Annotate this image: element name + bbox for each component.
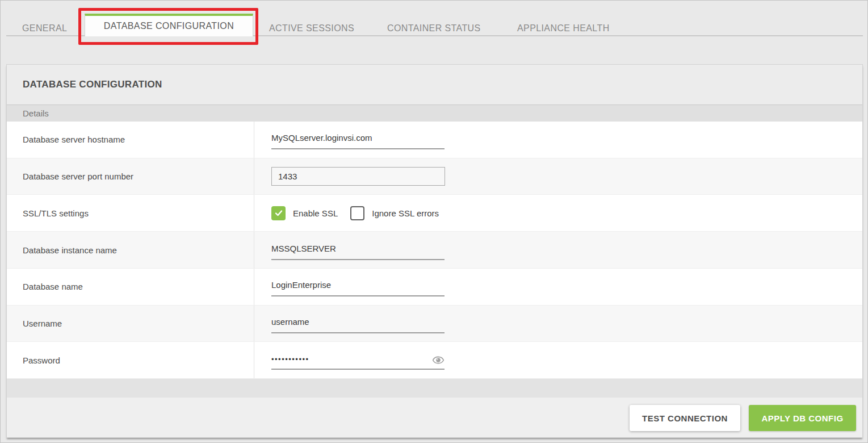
tab-general[interactable]: GENERAL xyxy=(22,23,67,34)
password-masked-value: ••••••••••• xyxy=(271,354,309,365)
database-configuration-panel: DATABASE CONFIGURATION Details Database … xyxy=(6,64,863,438)
row-database-server-port: Database server port number xyxy=(7,158,862,195)
details-section-label: Details xyxy=(23,108,49,118)
database-server-hostname-input[interactable] xyxy=(271,133,445,149)
field-label: Username xyxy=(7,306,254,342)
row-ssl-tls-settings: SSL/TLS settings Enable SSL Ignore SSL e… xyxy=(7,195,862,232)
database-name-input[interactable] xyxy=(271,280,445,296)
tab-container-status[interactable]: CONTAINER STATUS xyxy=(387,23,481,34)
row-database-server-hostname: Database server hostname xyxy=(7,122,862,158)
row-database-instance-name: Database instance name xyxy=(7,232,862,269)
database-instance-name-input[interactable] xyxy=(271,244,445,260)
appliance-settings-page: GENERAL DATABASE CONFIGURATION ACTIVE SE… xyxy=(0,0,868,443)
row-password: Password ••••••••••• xyxy=(7,342,862,379)
ignore-ssl-errors-label[interactable]: Ignore SSL errors xyxy=(372,208,439,218)
apply-db-config-button[interactable]: APPLY DB CONFIG xyxy=(749,405,856,431)
toggle-password-visibility-button[interactable] xyxy=(432,354,445,366)
database-server-port-input[interactable] xyxy=(271,167,445,186)
row-database-name: Database name xyxy=(7,269,862,306)
field-label: Database server hostname xyxy=(7,122,254,158)
field-label: Password xyxy=(7,342,254,378)
username-input[interactable] xyxy=(271,317,445,333)
ignore-ssl-errors-checkbox[interactable] xyxy=(350,206,364,220)
tab-appliance-health[interactable]: APPLIANCE HEALTH xyxy=(517,23,610,34)
panel-title: DATABASE CONFIGURATION xyxy=(23,79,162,90)
tab-database-configuration[interactable]: DATABASE CONFIGURATION xyxy=(85,14,253,36)
field-label: Database server port number xyxy=(7,158,254,195)
row-username: Username xyxy=(7,306,862,342)
details-section-header: Details xyxy=(7,105,862,122)
form-rows: Database server hostname Database server… xyxy=(7,122,862,379)
tab-active-sessions[interactable]: ACTIVE SESSIONS xyxy=(269,23,354,34)
field-label: SSL/TLS settings xyxy=(7,195,254,231)
enable-ssl-checkbox[interactable] xyxy=(271,206,286,220)
field-label: Database name xyxy=(7,269,254,305)
enable-ssl-label[interactable]: Enable SSL xyxy=(293,208,338,218)
password-input[interactable]: ••••••••••• xyxy=(271,354,445,370)
panel-header: DATABASE CONFIGURATION xyxy=(7,65,862,105)
checkmark-icon xyxy=(274,208,283,218)
eye-icon xyxy=(432,354,445,366)
section-separator xyxy=(7,379,862,398)
tab-database-configuration-label: DATABASE CONFIGURATION xyxy=(104,21,234,31)
panel-footer: TEST CONNECTION APPLY DB CONFIG xyxy=(7,398,862,437)
field-label: Database instance name xyxy=(7,232,254,268)
test-connection-button[interactable]: TEST CONNECTION xyxy=(630,405,740,431)
